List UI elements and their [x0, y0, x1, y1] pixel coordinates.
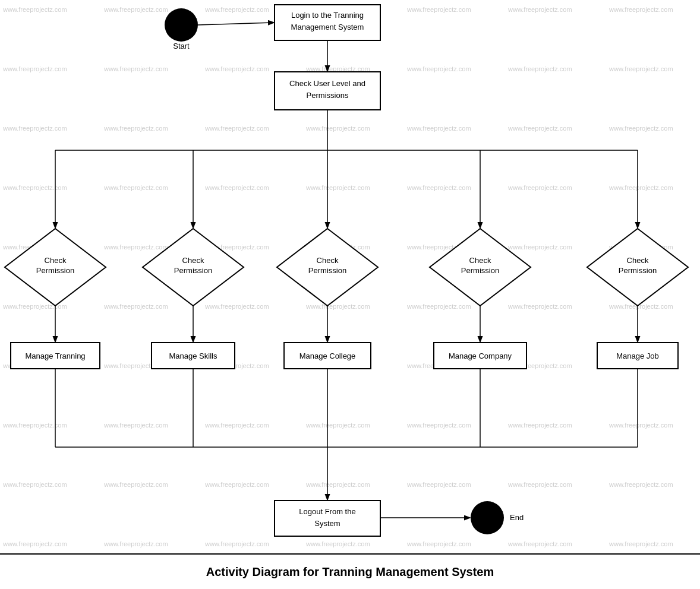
check-perm-3-label-2: Permission	[308, 266, 346, 275]
check-perm-2-label-2: Permission	[174, 266, 212, 275]
check-perm-1-label-2: Permission	[36, 266, 74, 275]
arrow-start-login	[198, 23, 273, 25]
flowchart-svg: Start Login to the Tranning Management S…	[0, 0, 700, 589]
logout-label-1: Logout From the	[299, 507, 355, 516]
check-perm-3-label-1: Check	[317, 256, 339, 265]
manage-skills-label: Manage Skills	[169, 352, 217, 360]
manage-training-label: Manage Tranning	[25, 352, 85, 360]
check-perm-5-label-2: Permission	[619, 266, 657, 275]
check-perm-4-label-1: Check	[469, 256, 491, 265]
manage-job-label: Manage Job	[616, 352, 659, 360]
check-user-label-1: Check User Level and	[289, 79, 365, 88]
diagram-container: // Generate watermarks const wm = docume…	[0, 0, 700, 589]
check-perm-4-label-2: Permission	[461, 266, 499, 275]
manage-college-label: Manage College	[299, 352, 356, 360]
end-label: End	[510, 513, 524, 522]
login-label-1: Login to the Tranning	[291, 11, 364, 20]
manage-company-label: Manage Company	[449, 352, 512, 360]
logout-label-2: System	[314, 519, 340, 528]
diagram-title: Activity Diagram for Tranning Management…	[206, 565, 494, 579]
check-user-label-2: Permissions	[307, 91, 349, 100]
logout-node	[275, 501, 380, 536]
bottom-bar: Activity Diagram for Tranning Management…	[0, 553, 700, 589]
start-node	[165, 8, 198, 42]
check-perm-2-label-1: Check	[182, 256, 204, 265]
login-label-2: Management System	[291, 23, 364, 31]
check-perm-5-label-1: Check	[627, 256, 649, 265]
check-perm-1-label-1: Check	[45, 256, 67, 265]
start-label: Start	[173, 42, 190, 50]
end-node	[471, 501, 504, 534]
